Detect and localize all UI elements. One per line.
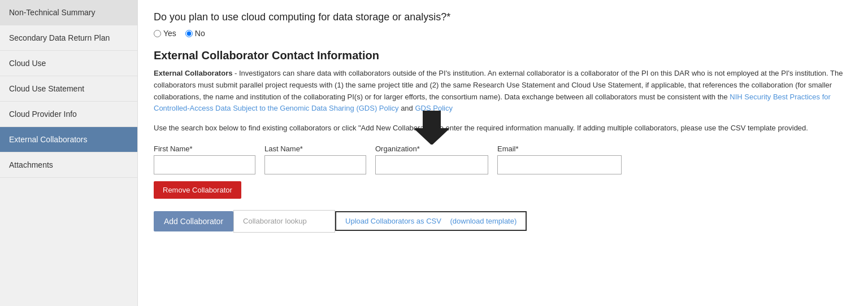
radio-no-label[interactable]: No xyxy=(185,29,205,38)
organization-input[interactable] xyxy=(375,155,488,174)
sidebar: Non-Technical Summary Secondary Data Ret… xyxy=(0,0,138,306)
first-name-input[interactable] xyxy=(154,155,255,174)
description-and: and xyxy=(399,104,415,112)
cloud-question-title: Do you plan to use cloud computing for d… xyxy=(154,11,852,23)
cloud-radio-group: Yes No xyxy=(154,29,852,38)
radio-no[interactable] xyxy=(185,30,193,37)
add-collaborator-button[interactable]: Add Collaborator xyxy=(154,211,233,231)
last-name-label: Last Name* xyxy=(264,145,366,153)
collaborator-form-row: First Name* Last Name* Organization* Ema… xyxy=(154,145,852,174)
gds-policy-link[interactable]: GDS Policy xyxy=(415,104,452,112)
organization-group: Organization* xyxy=(375,145,488,174)
action-row: Add Collaborator Collaborator lookup Upl… xyxy=(154,210,852,233)
description-bold: External Collaborators xyxy=(154,69,232,77)
radio-yes-text: Yes xyxy=(163,29,176,38)
radio-yes[interactable] xyxy=(154,30,161,37)
download-template-link[interactable]: (download template) xyxy=(450,217,517,225)
sidebar-item-cloud-use-statement[interactable]: Cloud Use Statement xyxy=(0,76,137,102)
sidebar-item-cloud-use[interactable]: Cloud Use xyxy=(0,51,137,76)
lookup-placeholder-text: Collaborator lookup xyxy=(243,217,307,225)
radio-no-text: No xyxy=(195,29,205,38)
section-title: External Collaborator Contact Informatio… xyxy=(154,49,852,62)
collaborator-lookup-input[interactable]: Collaborator lookup xyxy=(233,210,335,233)
radio-yes-label[interactable]: Yes xyxy=(154,29,176,38)
sidebar-item-attachments[interactable]: Attachments xyxy=(0,152,137,178)
organization-label: Organization* xyxy=(375,145,488,153)
remove-collaborator-button[interactable]: Remove Collaborator xyxy=(154,181,241,199)
use-info-text: Use the search box below to find existin… xyxy=(154,123,852,134)
upload-csv-link[interactable]: Upload Collaborators as CSV xyxy=(345,217,441,225)
email-label: Email* xyxy=(497,145,622,153)
first-name-label: First Name* xyxy=(154,145,255,153)
email-input[interactable] xyxy=(497,155,622,174)
sidebar-item-secondary-data-return-plan[interactable]: Secondary Data Return Plan xyxy=(0,25,137,51)
sidebar-item-external-collaborators[interactable]: External Collaborators xyxy=(0,127,137,152)
main-content: Do you plan to use cloud computing for d… xyxy=(138,0,868,306)
sidebar-item-non-technical-summary[interactable]: Non-Technical Summary xyxy=(0,0,137,25)
sidebar-item-cloud-provider-info[interactable]: Cloud Provider Info xyxy=(0,102,137,127)
last-name-input[interactable] xyxy=(264,155,366,174)
upload-collaborators-box: Upload Collaborators as CSV (download te… xyxy=(335,211,527,231)
external-collaborators-description: External Collaborators - Investigators c… xyxy=(154,68,852,115)
remove-row: Remove Collaborator xyxy=(154,181,852,204)
last-name-group: Last Name* xyxy=(264,145,366,174)
first-name-group: First Name* xyxy=(154,145,255,174)
email-group: Email* xyxy=(497,145,622,174)
